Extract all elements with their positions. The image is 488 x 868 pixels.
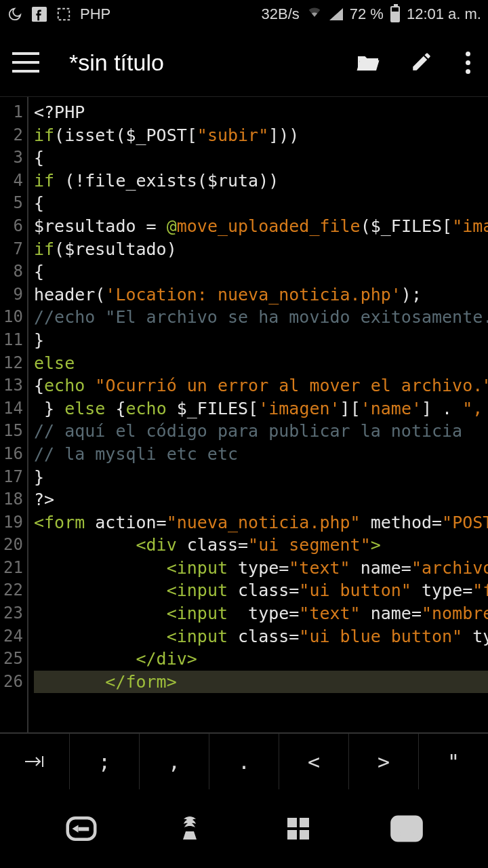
code-line: } else {echo $_FILES['imagen']['name'] .… [34,399,488,418]
code-line: <form action="nueva_noticia.php" method=… [34,513,488,532]
code-line: <input class="ui blue button" type="subm… [34,627,488,646]
document-title: *sin título [69,50,164,76]
code-line: ?> [34,490,54,509]
svg-rect-5 [300,818,309,827]
home-button[interactable] [169,810,210,847]
code-area[interactable]: <?PHP if(isset($_POST["subir"])) { if (!… [28,97,488,732]
code-line: { [34,193,44,213]
edit-button[interactable] [410,50,434,75]
system-nav-bar [0,789,488,868]
open-file-button[interactable] [354,50,379,75]
code-line: header('Location: nueva_noticia.php'); [34,285,422,304]
facebook-icon [31,6,47,22]
recents-button[interactable] [278,810,319,847]
insert-comma-button[interactable]: , [140,734,209,789]
code-editor[interactable]: 1234567891011121314151617181920212223242… [0,96,488,732]
menu-button[interactable] [12,52,39,73]
code-line: <?PHP [34,102,85,122]
svg-rect-3 [79,827,89,831]
drawer-button[interactable] [386,810,427,847]
code-line: //echo "El archivo se ha movido exitosam… [34,307,488,327]
battery-icon [390,6,400,22]
code-line: if($resultado) [34,239,177,259]
net-speed: 32B/s [262,5,300,23]
svg-rect-7 [300,830,309,840]
code-line: <input type="text" name="nombre_peli"> [34,604,488,623]
code-line: { [34,262,44,281]
wifi-icon [306,5,323,23]
php-icon: PHP [80,5,110,23]
code-line-current: </form> [34,671,488,694]
code-line: <input type="text" name="archivo_final" … [34,558,488,578]
svg-rect-6 [287,830,297,840]
line-gutter: 1234567891011121314151617181920212223242… [0,97,28,732]
code-line: { [34,148,44,167]
code-line: $resultado = @move_uploaded_file($_FILES… [34,216,488,236]
back-button[interactable] [61,810,102,847]
screenshot-icon [56,6,72,22]
code-line: </div> [34,649,197,669]
insert-lt-button[interactable]: < [279,734,349,789]
code-line: if(isset($_POST["subir"])) [34,125,299,145]
moon-icon [7,6,23,22]
symbol-toolbar: ; , . < > " [0,732,488,789]
svg-rect-4 [287,818,297,827]
insert-gt-button[interactable]: > [349,734,419,789]
code-line: } [34,467,44,487]
insert-quote-button[interactable]: " [419,734,488,789]
overflow-menu-button[interactable] [466,52,470,74]
code-line: {echo "Ocurrió un error al mover el arch… [34,376,488,395]
clock: 12:01 a. m. [407,5,481,23]
svg-rect-1 [58,9,70,20]
code-line: <div class="ui segment"> [34,535,381,555]
battery-pct: 72 % [350,5,384,23]
code-line: // aquí el código para publicar la notic… [34,421,462,441]
app-bar: *sin título [0,28,488,96]
code-line: if (!file_exists($ruta)) [34,171,279,191]
signal-icon [329,8,343,20]
code-line: // la mysqli etc etc [34,444,238,464]
code-line: else [34,353,75,373]
insert-dot-button[interactable]: . [209,734,279,789]
insert-semicolon-button[interactable]: ; [70,734,140,789]
code-line: <input class="ui button" type="file" nam… [34,580,488,600]
insert-tab-button[interactable] [0,734,70,789]
code-line: } [34,330,44,350]
status-bar: PHP 32B/s 72 % 12:01 a. m. [0,0,488,28]
